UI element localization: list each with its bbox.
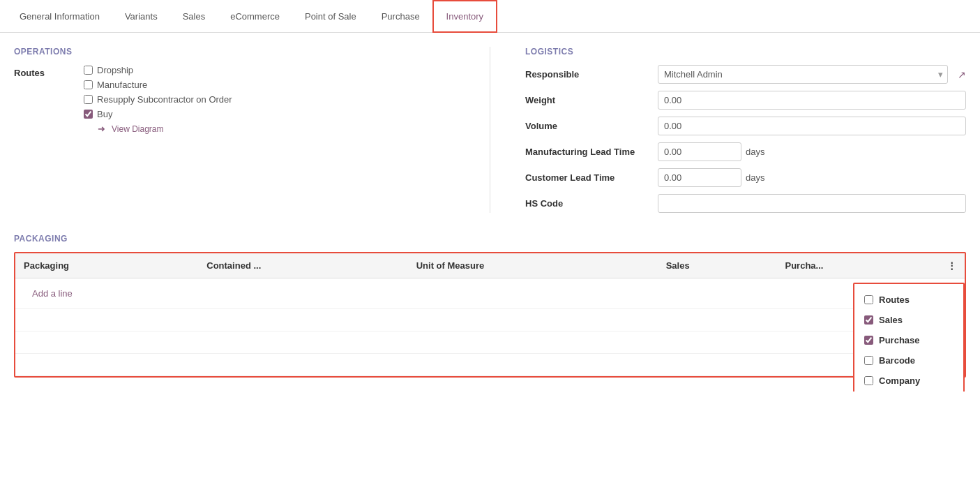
customer-lead-time-input[interactable] xyxy=(658,168,741,187)
route-resupply: Resupply Subcontractor on Order xyxy=(84,94,232,105)
table-row xyxy=(15,331,965,354)
operations-header: Operations xyxy=(14,47,455,57)
tab-point-of-sale[interactable]: Point of Sale xyxy=(292,1,369,31)
table-row xyxy=(15,309,965,331)
column-menu-icon[interactable]: ⋮ xyxy=(947,260,956,271)
logistics-form: Responsible ▾ ↗ Weight Volume xyxy=(525,65,966,213)
responsible-field: ▾ xyxy=(658,65,948,84)
route-buy: Buy xyxy=(84,109,232,119)
tab-navigation: General Information Variants Sales eComm… xyxy=(0,0,980,33)
volume-row: Volume xyxy=(525,117,966,135)
volume-label: Volume xyxy=(525,121,651,131)
main-content: Operations Routes Dropship Manufacture R… xyxy=(0,33,980,392)
packaging-header: Packaging xyxy=(14,234,966,244)
col-menu-barcode-label: Barcode xyxy=(879,355,915,366)
tab-sales[interactable]: Sales xyxy=(170,1,218,31)
view-diagram-link-row: ➜ View Diagram xyxy=(84,124,232,134)
col-purchase: Purcha... xyxy=(776,253,939,278)
customer-lead-time-field: days xyxy=(658,168,966,187)
volume-input[interactable] xyxy=(658,117,966,135)
operations-logistics-section: Operations Routes Dropship Manufacture R… xyxy=(14,47,966,213)
col-sales: Sales xyxy=(658,253,777,278)
tab-variants[interactable]: Variants xyxy=(112,1,170,31)
col-menu-routes[interactable]: Routes xyxy=(854,290,963,310)
col-menu-company-label: Company xyxy=(879,375,920,386)
hs-code-row: HS Code xyxy=(525,194,966,213)
manufacturing-days-label: days xyxy=(746,147,764,157)
hs-code-label: HS Code xyxy=(525,198,651,209)
customer-days-label: days xyxy=(746,172,764,183)
customer-lead-time-label: Customer Lead Time xyxy=(525,172,651,183)
manufacturing-lead-time-row: Manufacturing Lead Time days xyxy=(525,142,966,161)
col-menu-purchase-label: Purchase xyxy=(879,335,920,345)
col-menu-barcode[interactable]: Barcode xyxy=(854,350,963,371)
column-menu-dropdown: Routes Sales Purchase xyxy=(853,283,965,392)
tab-ecommerce[interactable]: eCommerce xyxy=(218,1,292,31)
tab-inventory[interactable]: Inventory xyxy=(432,0,497,33)
col-packaging: Packaging xyxy=(15,253,198,278)
packaging-table: Packaging Contained ... Unit of Measure … xyxy=(15,253,965,376)
tab-purchase[interactable]: Purchase xyxy=(369,1,432,31)
operations-section: Operations Routes Dropship Manufacture R… xyxy=(14,47,455,213)
manufacturing-lead-time-field: days xyxy=(658,142,966,161)
route-buy-checkbox[interactable] xyxy=(84,110,93,119)
col-menu-routes-label: Routes xyxy=(879,295,910,305)
route-dropship-checkbox[interactable] xyxy=(84,66,93,75)
route-dropship: Dropship xyxy=(84,65,232,75)
route-manufacture: Manufacture xyxy=(84,80,232,90)
route-manufacture-label: Manufacture xyxy=(97,80,147,90)
route-dropship-label: Dropship xyxy=(97,65,133,75)
table-row xyxy=(15,354,965,376)
packaging-section: Packaging Packaging Contained ... Unit o… xyxy=(14,234,966,378)
col-menu-sales[interactable]: Sales xyxy=(854,310,963,330)
col-menu-purchase[interactable]: Purchase xyxy=(854,330,963,350)
col-menu-purchase-checkbox[interactable] xyxy=(864,336,873,345)
weight-input[interactable] xyxy=(658,91,966,110)
packaging-table-header: Packaging Contained ... Unit of Measure … xyxy=(15,253,965,278)
route-buy-label: Buy xyxy=(97,109,112,119)
routes-label: Routes xyxy=(14,65,70,134)
weight-label: Weight xyxy=(525,95,651,105)
table-row: Add a line xyxy=(15,278,965,309)
customer-lead-time-row: Customer Lead Time days xyxy=(525,168,966,187)
route-resupply-checkbox[interactable] xyxy=(84,95,93,104)
manufacturing-lead-time-label: Manufacturing Lead Time xyxy=(525,147,651,157)
arrow-icon: ➜ xyxy=(98,124,105,134)
route-manufacture-checkbox[interactable] xyxy=(84,80,93,89)
logistics-section: Logistics Responsible ▾ ↗ Weight xyxy=(525,47,966,213)
logistics-header: Logistics xyxy=(525,47,966,57)
col-menu-company[interactable]: Company xyxy=(854,371,963,391)
packaging-table-wrapper: Packaging Contained ... Unit of Measure … xyxy=(14,252,966,378)
routes-options: Dropship Manufacture Resupply Subcontrac… xyxy=(84,65,232,134)
manufacturing-lead-time-input[interactable] xyxy=(658,142,741,161)
responsible-input[interactable] xyxy=(658,66,934,83)
col-contained: Contained ... xyxy=(198,253,407,278)
route-resupply-label: Resupply Subcontractor on Order xyxy=(97,94,232,105)
tab-general-information[interactable]: General Information xyxy=(7,1,112,31)
packaging-header-row: Packaging Contained ... Unit of Measure … xyxy=(15,253,965,278)
external-link-icon[interactable]: ↗ xyxy=(958,69,966,80)
routes-row: Routes Dropship Manufacture Resupply Sub… xyxy=(14,65,455,134)
responsible-row: Responsible ▾ ↗ xyxy=(525,65,966,84)
col-unit-of-measure: Unit of Measure xyxy=(408,253,658,278)
col-menu-company-checkbox[interactable] xyxy=(864,376,873,385)
col-menu-sales-label: Sales xyxy=(879,315,903,325)
col-menu-routes-checkbox[interactable] xyxy=(864,295,873,304)
col-menu-barcode-checkbox[interactable] xyxy=(864,356,873,365)
hs-code-input[interactable] xyxy=(658,194,966,213)
add-line-button[interactable]: Add a line xyxy=(24,284,81,303)
col-menu-sales-checkbox[interactable] xyxy=(864,315,873,325)
dropdown-arrow-icon[interactable]: ▾ xyxy=(934,66,947,83)
responsible-label: Responsible xyxy=(525,69,651,80)
view-diagram-link[interactable]: View Diagram xyxy=(112,124,163,134)
section-divider xyxy=(490,47,490,213)
packaging-table-body: Add a line xyxy=(15,278,965,376)
col-menu-button[interactable]: ⋮ Routes Sales xyxy=(939,253,965,278)
weight-row: Weight xyxy=(525,91,966,110)
